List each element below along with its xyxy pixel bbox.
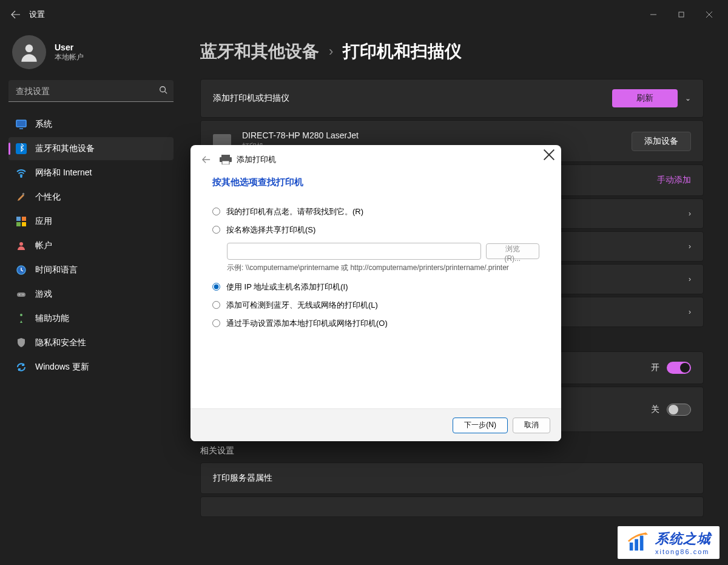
- printer-icon: [220, 155, 232, 164]
- watermark-line1: 系统之城: [655, 530, 711, 548]
- back-button[interactable]: [5, 4, 27, 25]
- chevron-right-icon: ›: [689, 242, 691, 251]
- sidebar-item-update[interactable]: Windows 更新: [8, 356, 174, 379]
- sidebar-item-label: 辅助功能: [35, 313, 69, 324]
- manual-add-link[interactable]: 手动添加: [657, 175, 691, 186]
- person-icon: [16, 240, 27, 251]
- chevron-down-icon[interactable]: ⌄: [685, 94, 691, 103]
- radio-ip-hostname[interactable]: [212, 283, 220, 291]
- toggle-switch-on[interactable]: [667, 362, 691, 374]
- svg-rect-15: [22, 222, 26, 226]
- sidebar-item-system[interactable]: 系统: [8, 113, 174, 136]
- sidebar-item-time[interactable]: 时间和语言: [8, 259, 174, 282]
- browse-button[interactable]: 浏览(R)...: [486, 243, 539, 259]
- printer-name: DIRECT-78-HP M280 LaserJet: [242, 130, 359, 140]
- chevron-right-icon: ›: [329, 44, 333, 59]
- option-label: 添加可检测到蓝牙、无线或网络的打印机(L): [226, 300, 378, 311]
- svg-rect-1: [679, 12, 684, 17]
- monitor-icon: [16, 119, 27, 130]
- related-row-2[interactable]: [200, 496, 704, 517]
- print-server-props-row[interactable]: 打印服务器属性: [200, 462, 704, 494]
- shared-printer-name-input[interactable]: [227, 243, 481, 260]
- toggle-switch-off[interactable]: [667, 404, 691, 416]
- radio-old-printer[interactable]: [212, 208, 220, 215]
- toggle-on-label: 开: [651, 362, 659, 373]
- dialog-subtitle: 按其他选项查找打印机: [212, 177, 539, 188]
- option-by-name[interactable]: 按名称选择共享打印机(S): [212, 225, 539, 235]
- sidebar-item-label: 个性化: [35, 192, 61, 203]
- dialog-close-button[interactable]: [543, 149, 555, 161]
- wifi-icon: [16, 167, 27, 178]
- sidebar-item-label: 应用: [35, 216, 52, 227]
- radio-by-name[interactable]: [212, 226, 220, 234]
- toggle-off-label: 关: [651, 404, 659, 415]
- sidebar-item-gaming[interactable]: 游戏: [8, 283, 174, 306]
- sidebar-item-accounts[interactable]: 帐户: [8, 234, 174, 257]
- update-icon: [16, 362, 27, 373]
- svg-rect-27: [630, 543, 633, 550]
- option-ip-hostname[interactable]: 使用 IP 地址或主机名添加打印机(I): [212, 282, 539, 293]
- close-button[interactable]: [695, 5, 723, 24]
- watermark-icon: [626, 532, 649, 553]
- svg-point-19: [19, 294, 20, 296]
- option-manual[interactable]: 通过手动设置添加本地打印机或网络打印机(O): [212, 318, 539, 329]
- option-label: 我的打印机有点老。请帮我找到它。(R): [226, 206, 363, 217]
- sidebar-item-accessibility[interactable]: 辅助功能: [8, 307, 174, 330]
- search-input[interactable]: [8, 80, 174, 102]
- minimize-button[interactable]: [639, 5, 667, 24]
- watermark: 系统之城 xitong86.com: [618, 526, 720, 559]
- gamepad-icon: [16, 289, 27, 300]
- svg-rect-18: [17, 293, 25, 297]
- breadcrumb-current: 打印机和扫描仪: [343, 40, 462, 63]
- svg-rect-13: [22, 217, 26, 221]
- chevron-right-icon: ›: [689, 209, 691, 218]
- option-old-printer[interactable]: 我的打印机有点老。请帮我找到它。(R): [212, 206, 539, 217]
- brush-icon: [16, 192, 27, 203]
- sidebar-item-personalization[interactable]: 个性化: [8, 186, 174, 209]
- maximize-button[interactable]: [667, 5, 695, 24]
- related-settings-title: 相关设置: [200, 445, 704, 456]
- sidebar-item-label: 隐私和安全性: [35, 337, 86, 348]
- sidebar-item-network[interactable]: 网络和 Internet: [8, 161, 174, 184]
- user-type: 本地帐户: [55, 52, 84, 63]
- search-icon: [159, 86, 167, 96]
- svg-point-21: [20, 314, 22, 316]
- dialog-back-button[interactable]: [198, 151, 215, 168]
- shield-icon: [16, 337, 27, 348]
- svg-rect-24: [222, 161, 229, 164]
- bluetooth-icon: [16, 143, 27, 154]
- add-printer-dialog: 添加打印机 按其他选项查找打印机 我的打印机有点老。请帮我找到它。(R) 按名称…: [190, 145, 561, 441]
- svg-rect-7: [16, 120, 26, 127]
- svg-line-6: [165, 92, 167, 94]
- svg-point-5: [160, 87, 166, 92]
- add-device-button[interactable]: 添加设备: [632, 132, 691, 151]
- option-wireless[interactable]: 添加可检测到蓝牙、无线或网络的打印机(L): [212, 300, 539, 311]
- sidebar-item-label: 帐户: [35, 240, 52, 251]
- sidebar-item-bluetooth[interactable]: 蓝牙和其他设备: [8, 137, 174, 160]
- svg-rect-12: [16, 217, 21, 221]
- print-server-props-label: 打印服务器属性: [213, 473, 272, 484]
- radio-manual[interactable]: [212, 319, 220, 327]
- sidebar-item-label: Windows 更新: [35, 362, 89, 373]
- option-label: 通过手动设置添加本地打印机或网络打印机(O): [226, 318, 388, 329]
- dialog-title: 添加打印机: [237, 154, 276, 165]
- breadcrumb: 蓝牙和其他设备 › 打印机和扫描仪: [200, 29, 704, 79]
- user-block[interactable]: User 本地帐户: [8, 29, 174, 80]
- svg-point-4: [25, 44, 33, 52]
- svg-rect-22: [221, 155, 230, 157]
- cancel-button[interactable]: 取消: [513, 418, 550, 433]
- sidebar-item-apps[interactable]: 应用: [8, 210, 174, 233]
- window-title: 设置: [29, 9, 45, 20]
- svg-rect-29: [640, 536, 644, 551]
- sidebar-item-label: 游戏: [35, 289, 52, 300]
- refresh-button[interactable]: 刷新: [612, 89, 678, 107]
- add-printer-row: 添加打印机或扫描仪 刷新 ⌄: [200, 79, 704, 118]
- next-button[interactable]: 下一步(N): [453, 418, 508, 433]
- option-label: 按名称选择共享打印机(S): [226, 225, 315, 235]
- chevron-right-icon: ›: [689, 275, 691, 283]
- radio-wireless[interactable]: [212, 301, 220, 309]
- sidebar-item-privacy[interactable]: 隐私和安全性: [8, 331, 174, 354]
- accessibility-icon: [16, 313, 27, 324]
- svg-rect-28: [635, 539, 638, 550]
- breadcrumb-parent[interactable]: 蓝牙和其他设备: [200, 40, 319, 63]
